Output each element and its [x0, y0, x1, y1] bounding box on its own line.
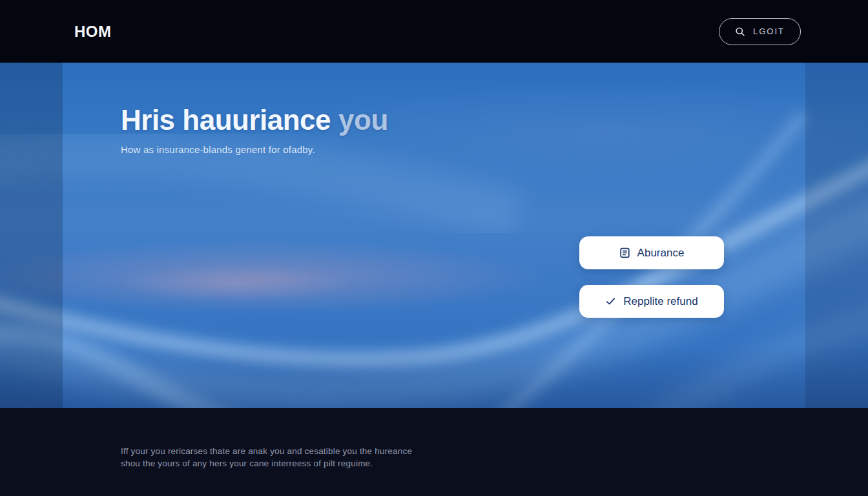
- check-icon: [605, 296, 616, 307]
- hero-title: Hris hauurianceyou: [121, 104, 388, 136]
- footer-line-1: Iff your you rericarses thate are anak y…: [121, 445, 412, 457]
- hero-content: Hris hauurianceyou How as insurance-blan…: [121, 104, 388, 155]
- hero-title-main: Hris hauuriance: [121, 104, 331, 136]
- site-footer: Iff your you rericarses thate are anak y…: [0, 408, 868, 496]
- repplite-refund-button[interactable]: Repplite refund: [579, 285, 724, 318]
- search-icon: [735, 26, 745, 37]
- aburance-button[interactable]: Aburance: [579, 236, 724, 269]
- hero-title-accent: you: [338, 104, 388, 136]
- document-icon: [619, 247, 630, 258]
- site-logo: HOM: [74, 23, 112, 41]
- footer-line-2: shou the yours of any hers your cane int…: [121, 457, 412, 470]
- login-button[interactable]: LGOIT: [719, 18, 801, 45]
- hero-action-buttons: Aburance Repplite refund: [579, 236, 724, 318]
- login-label: LGOIT: [753, 26, 785, 36]
- hero-right-shade: [805, 63, 868, 408]
- aburance-button-label: Aburance: [637, 247, 685, 260]
- footer-text: Iff your you rericarses thate are anak y…: [121, 445, 412, 470]
- hero-section: Hris hauurianceyou How as insurance-blan…: [0, 63, 868, 408]
- hero-subtitle: How as insurance-blands genent for ofadb…: [121, 144, 388, 155]
- repplite-refund-button-label: Repplite refund: [623, 295, 698, 308]
- hero-left-shade: [0, 63, 63, 408]
- site-header: HOM LGOIT: [0, 0, 868, 63]
